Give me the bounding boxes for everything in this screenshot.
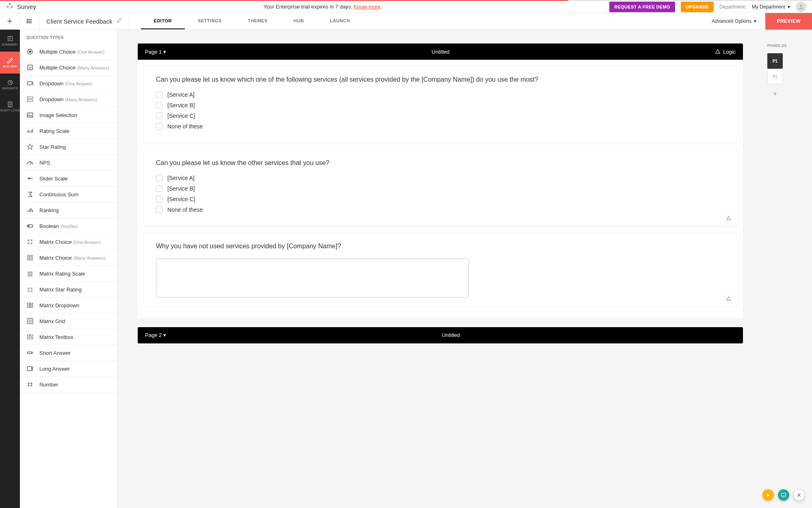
long-icon (26, 365, 34, 372)
checkbox-icon[interactable] (156, 102, 162, 109)
qtype-item[interactable]: NPS (20, 155, 117, 171)
star-icon (26, 143, 34, 150)
qtype-item[interactable]: Matrix Star Rating (20, 282, 117, 297)
question-card[interactable]: Why you have not used services provided … (143, 232, 737, 306)
qtype-label: Number (39, 382, 58, 388)
tab-editor[interactable]: EDITOR (141, 13, 185, 29)
logic-indicator-icon[interactable] (726, 215, 731, 222)
add-button[interactable] (0, 13, 20, 29)
qtype-item[interactable]: Star Rating (20, 139, 117, 155)
qtype-item[interactable]: Multiple Choice(Many Answers) (20, 60, 117, 76)
option-row[interactable]: None of these (156, 123, 725, 130)
page-selector[interactable]: Page 1▾ (145, 49, 166, 55)
qtype-item[interactable]: Continuous Sum (20, 187, 117, 202)
qtype-item[interactable]: Matrix Grid (20, 313, 117, 329)
logic-indicator-icon[interactable] (726, 296, 731, 302)
qtype-item[interactable]: Image Selection (20, 107, 117, 123)
request-demo-button[interactable]: REQUEST A FREE DEMO (609, 2, 675, 12)
upgrade-button[interactable]: UPGRADE (681, 2, 714, 12)
option-label: [Service B] (167, 185, 195, 192)
page-thumb-p1[interactable]: P1 (767, 53, 783, 69)
qtype-label: Slider Scale (39, 176, 67, 182)
tab-hub[interactable]: HUB (281, 13, 317, 29)
chevron-down-icon: ▾ (163, 49, 166, 55)
checkbox-icon[interactable] (156, 175, 162, 181)
svg-point-1 (7, 6, 9, 8)
qtype-item[interactable]: Multiple Choice(One Answer) (20, 44, 117, 60)
option-row[interactable]: [Service C] (156, 196, 725, 202)
qtype-item[interactable]: Dropdown(One Answer) (20, 76, 117, 91)
qtype-item[interactable]: Ranking (20, 202, 117, 218)
qtype-item[interactable]: Slider Scale (20, 171, 117, 187)
option-row[interactable]: [Service A] (156, 91, 725, 98)
checkbox-icon[interactable] (156, 196, 162, 202)
advanced-options-dropdown[interactable]: Advanced Options▾ (712, 18, 756, 24)
add-page-button[interactable]: + (767, 89, 783, 99)
qtype-item[interactable]: Number (20, 377, 117, 393)
list-toggle-button[interactable] (20, 13, 40, 29)
rail-summary[interactable]: SUMMARY (0, 30, 20, 52)
checkbox-icon[interactable] (156, 185, 162, 192)
boolean-icon (26, 222, 34, 230)
qtype-item[interactable]: Matrix Choice(One Answer) (20, 234, 117, 250)
qtype-label: Long Answer (39, 366, 70, 372)
option-row[interactable]: [Service B] (156, 185, 725, 192)
tab-themes[interactable]: THEMES (235, 13, 281, 29)
qtype-label: Image Selection (39, 112, 77, 118)
option-label: [Service B] (167, 102, 195, 109)
svg-rect-16 (27, 100, 33, 102)
survey-title: Client Service Feedback (46, 18, 113, 25)
tab-settings[interactable]: SETTINGS (185, 13, 235, 29)
svg-point-19 (28, 178, 30, 180)
option-row[interactable]: [Service A] (156, 175, 725, 181)
option-row[interactable]: [Service B] (156, 102, 725, 109)
question-text[interactable]: Can you please let us know which one of … (156, 75, 725, 84)
page-thumb-p2[interactable]: P2 (767, 69, 783, 84)
svg-rect-34 (27, 318, 33, 324)
option-row[interactable]: None of these (156, 206, 725, 213)
checkbox-icon[interactable] (156, 123, 162, 130)
qtype-item[interactable]: Short Answer (20, 345, 117, 361)
svg-point-24 (28, 243, 29, 244)
textarea-input[interactable] (156, 258, 469, 297)
rail-reports[interactable]: REPORTS (0, 74, 20, 96)
question-text[interactable]: Why you have not used services provided … (156, 241, 725, 251)
qtype-item[interactable]: Dropdown(Many Answers) (20, 91, 117, 107)
svg-rect-31 (30, 303, 33, 305)
page-title[interactable]: Untitled (166, 332, 736, 338)
qtype-item[interactable]: Rating Scale (20, 123, 117, 139)
qtype-label: Star Rating (39, 144, 66, 150)
svg-point-23 (31, 240, 32, 241)
rail-audit-logs[interactable]: AUDIT LOGS (0, 96, 20, 117)
know-more-link[interactable]: Know more (354, 4, 381, 10)
avatar[interactable] (796, 2, 806, 12)
preview-button[interactable]: PREVIEW (765, 13, 812, 30)
play-fab[interactable] (762, 489, 774, 501)
logic-button[interactable]: Logic (715, 49, 736, 55)
question-text[interactable]: Can you please let us know the other ser… (156, 158, 725, 167)
qtype-hint: (One Answer) (73, 240, 100, 245)
qtype-item[interactable]: Long Answer (20, 361, 117, 377)
checkbox-icon[interactable] (156, 113, 162, 119)
close-fab[interactable] (793, 489, 805, 501)
qtype-hint: (One Answer) (65, 81, 92, 86)
qtype-item[interactable]: Boolean(Yes/No) (20, 218, 117, 234)
option-row[interactable]: [Service C] (156, 113, 725, 119)
tab-launch[interactable]: LAUNCH (317, 13, 363, 29)
svg-rect-32 (27, 306, 30, 308)
qtype-item[interactable]: Matrix Choice(Many Answers) (20, 250, 117, 266)
checkbox-icon[interactable] (156, 206, 162, 213)
qtype-item[interactable]: Matrix Rating Scale (20, 266, 117, 282)
question-card[interactable]: Can you please let us know the other ser… (143, 149, 737, 226)
qtype-item[interactable]: Matrix Textbox (20, 329, 117, 345)
present-fab[interactable] (778, 489, 789, 501)
edit-title-icon[interactable] (117, 18, 122, 24)
page-selector[interactable]: Page 2▾ (145, 332, 166, 338)
ranking-icon (26, 206, 34, 214)
page-title[interactable]: Untitled (166, 49, 715, 55)
department-selector[interactable]: My Department ▾ (752, 4, 790, 10)
rail-builder[interactable]: BUILDER (0, 52, 20, 74)
question-card[interactable]: Can you please let us know which one of … (143, 65, 737, 143)
checkbox-icon[interactable] (156, 91, 162, 98)
qtype-item[interactable]: Matrix Dropdown (20, 297, 117, 313)
